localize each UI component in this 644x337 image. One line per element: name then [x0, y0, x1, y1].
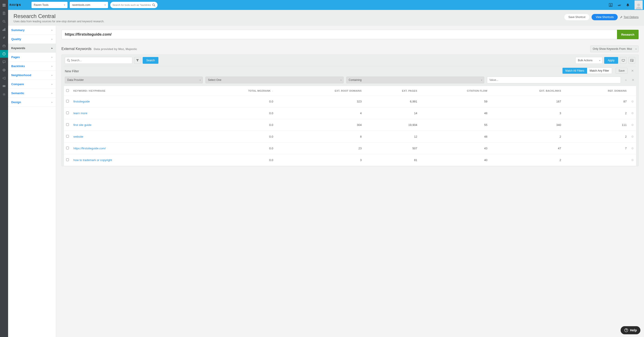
filter-value-input[interactable]	[487, 77, 621, 83]
filter-operator-select[interactable]: Containing	[346, 77, 484, 83]
nav-research[interactable]	[0, 50, 8, 58]
remove-filter-icon[interactable]: ✕	[631, 78, 635, 82]
top-account-icon[interactable]	[608, 2, 614, 8]
col-ext-root[interactable]: EXT. ROOT DOMAINS	[276, 86, 364, 96]
sidebar-item-neighborhood[interactable]: Neighborhood▸	[8, 71, 56, 80]
row-checkbox[interactable]	[66, 100, 69, 103]
cell-mozrank: 0.0	[192, 96, 276, 107]
row-gear-icon[interactable]: ⚙	[629, 96, 636, 107]
cell-mozrank: 0.0	[192, 143, 276, 154]
sidebar-item-backlinks[interactable]: Backlinks▸	[8, 62, 56, 71]
nav-dashboard[interactable]	[0, 1, 8, 9]
nav-rankings[interactable]	[0, 26, 8, 33]
chevron-right-icon: ▸	[52, 83, 53, 85]
filter-toggle-button[interactable]	[134, 57, 141, 64]
cell-citation: 48	[420, 107, 490, 119]
top-bell-icon[interactable]	[625, 2, 631, 8]
col-ext-pages[interactable]: EXT. PAGES	[364, 86, 420, 96]
sidebar-item-semantic[interactable]: Semantic▸	[8, 89, 56, 98]
research-sidebar: Summary▸Quality▸Keywords▸Pages▸Backlinks…	[8, 26, 56, 337]
row-checkbox[interactable]	[66, 147, 69, 149]
cell-citation: 40	[420, 154, 490, 166]
section-provided-by: Data provided by Moz, Majestic	[94, 47, 137, 51]
keyword-link[interactable]: how to trademark or copyright	[73, 158, 112, 162]
row-checkbox[interactable]	[66, 112, 69, 114]
row-gear-icon[interactable]: ⚙	[629, 143, 636, 154]
col-keyword[interactable]: KEYWORD / KEYPHRASE	[71, 86, 192, 96]
row-checkbox[interactable]	[66, 158, 69, 161]
keyword-search-input[interactable]	[71, 59, 130, 62]
nav-campaigns[interactable]	[0, 74, 8, 82]
keyword-link[interactable]: firstsiteguide	[73, 100, 90, 103]
site-selector[interactable]: raventools.com ▾	[70, 2, 108, 8]
nav-content[interactable]	[0, 83, 8, 90]
sidebar-item-compare[interactable]: Compare▸	[8, 80, 56, 89]
filter-match-segment: Match All Filters Match Any Filter	[562, 68, 612, 74]
top-tasks-icon[interactable]	[616, 2, 622, 8]
row-gear-icon[interactable]: ⚙	[629, 107, 636, 119]
select-all-checkbox[interactable]	[66, 89, 69, 92]
source-filter-value: Only Show Keywords From: Moz	[593, 47, 632, 51]
chevron-right-icon: ▸	[52, 56, 53, 58]
columns-settings-button[interactable]	[628, 57, 635, 64]
sidebar-item-quality[interactable]: Quality▸	[8, 35, 56, 44]
nav-links[interactable]	[0, 34, 8, 42]
display-settings-button[interactable]	[620, 57, 627, 64]
nav-settings[interactable]	[0, 91, 8, 98]
nav-target[interactable]	[0, 66, 8, 74]
sidebar-item-keywords[interactable]: Keywords▸	[8, 44, 56, 53]
keyword-search-button[interactable]: Search	[143, 57, 158, 64]
help-icon	[624, 328, 628, 332]
svg-rect-3	[4, 6, 6, 7]
row-checkbox[interactable]	[66, 123, 69, 126]
filter-field-select[interactable]: Select One	[206, 77, 344, 83]
filter-provider-select[interactable]: Data Provider	[65, 77, 203, 83]
apply-bulk-button[interactable]: Apply	[604, 57, 618, 64]
row-gear-icon[interactable]: ⚙	[629, 131, 636, 143]
match-any-tab[interactable]: Match Any Filter	[587, 68, 612, 74]
sidebar-item-label: Keywords	[11, 46, 25, 50]
svg-rect-7	[4, 29, 4, 31]
row-checkbox[interactable]	[66, 135, 69, 138]
cell-ext-root: 3	[276, 154, 364, 166]
view-shortcuts-button[interactable]: View Shortcuts	[592, 14, 618, 20]
svg-text:N: N	[18, 3, 21, 7]
global-search[interactable]	[110, 2, 158, 8]
col-mozrank[interactable]: TOTAL MOZRANK↓	[192, 86, 276, 96]
keyword-link[interactable]: website	[73, 135, 83, 138]
research-url-input[interactable]	[62, 30, 617, 39]
sidebar-item-label: Compare	[11, 83, 24, 86]
keyword-link[interactable]: https://firstsiteguide.com/	[73, 147, 106, 150]
row-gear-icon[interactable]: ⚙	[629, 119, 636, 131]
col-ref-domains[interactable]: REF. DOMAINS	[564, 86, 629, 96]
nav-search[interactable]	[0, 18, 8, 25]
cell-ext-root: 4	[276, 107, 364, 119]
filter-save-button[interactable]: Save	[616, 68, 628, 74]
nav-social[interactable]	[0, 58, 8, 66]
add-filter-icon[interactable]: ＋	[624, 78, 628, 82]
sidebar-item-design[interactable]: Design▸	[8, 98, 56, 107]
sidebar-item-summary[interactable]: Summary▸	[8, 26, 56, 35]
col-citation[interactable]: CITATION FLOW	[420, 86, 490, 96]
global-search-input[interactable]	[112, 4, 151, 6]
help-button[interactable]: Help	[620, 326, 640, 334]
tool-options-link[interactable]: Tool Options	[620, 16, 638, 19]
research-button[interactable]: Research	[617, 30, 638, 39]
nav-reports[interactable]	[0, 10, 8, 17]
keyword-link[interactable]: learn more	[73, 112, 87, 115]
user-avatar[interactable]	[634, 1, 643, 10]
row-gear-icon[interactable]: ⚙	[629, 154, 636, 166]
close-filter-icon[interactable]: ✕	[630, 69, 635, 73]
raven-logo: RAVN	[10, 3, 29, 8]
content-area: Summary▸Quality▸Keywords▸Pages▸Backlinks…	[8, 26, 644, 337]
account-selector[interactable]: Raven Tools ▾	[32, 2, 68, 8]
save-shortcut-button[interactable]: Save Shortcut	[564, 14, 589, 20]
bulk-actions-select[interactable]: Bulk Actions	[575, 57, 602, 64]
nav-competitors[interactable]	[0, 42, 8, 50]
svg-rect-1	[4, 4, 6, 5]
sidebar-item-pages[interactable]: Pages▸	[8, 53, 56, 62]
keyword-link[interactable]: first site guide	[73, 123, 91, 127]
col-ext-backlinks[interactable]: EXT. BACKLINKS	[490, 86, 564, 96]
source-filter-select[interactable]: Only Show Keywords From: Moz	[590, 46, 638, 52]
match-all-tab[interactable]: Match All Filters	[562, 68, 587, 74]
